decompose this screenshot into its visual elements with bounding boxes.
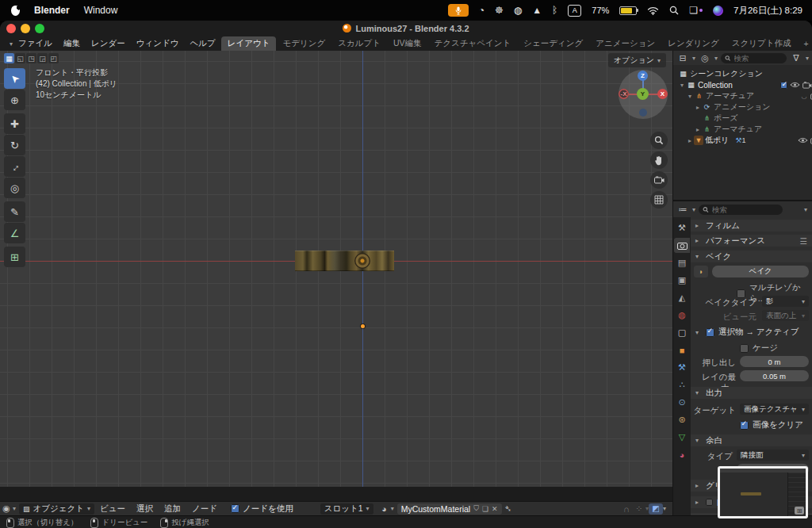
tool-add-cube[interactable]: ⊞ [4, 247, 25, 267]
wifi-icon[interactable] [647, 6, 659, 15]
bluetooth-icon[interactable]: ᛒ [552, 6, 557, 15]
menu-help[interactable]: ヘルプ [184, 36, 220, 51]
unlink-material-icon[interactable]: ✕ [492, 505, 498, 513]
material-sphere-icon[interactable]: ◕ [378, 504, 391, 514]
outliner-search-input[interactable] [734, 54, 783, 63]
tab-world[interactable]: ◍ [674, 308, 690, 323]
lowpoly-model[interactable] [295, 251, 394, 271]
tab-particles[interactable]: ∴ [674, 377, 690, 392]
fake-user-shield-icon[interactable]: ⛉ [473, 504, 479, 513]
tab-scene[interactable]: ◭ [674, 290, 690, 305]
zoom-button-viewport[interactable] [650, 132, 668, 149]
max-ray-field[interactable]: 0.05 m [740, 370, 809, 381]
tab-rendering[interactable]: レンダリング [661, 36, 725, 51]
extrusion-field[interactable]: 0 m [740, 356, 809, 367]
menu-render[interactable]: レンダー [86, 36, 131, 51]
chat-menu-icon[interactable]: ◍ [514, 6, 522, 15]
select-mode-extend[interactable]: ◱ [15, 53, 25, 63]
shader-editor-icon[interactable]: ◉ [0, 503, 13, 514]
outliner-search[interactable] [721, 53, 787, 63]
tool-annotate[interactable]: ✎ [4, 201, 25, 222]
properties-search[interactable] [699, 205, 783, 215]
preset-list-icon[interactable]: ☰ [800, 236, 807, 246]
tab-tool[interactable]: ⚒ [674, 220, 690, 235]
perspective-toggle-button[interactable] [650, 191, 668, 209]
wheel-menu-icon[interactable]: ☸ [495, 6, 504, 15]
tab-output[interactable]: ▤ [674, 255, 690, 270]
tab-scripting[interactable]: スクリプト作成 [726, 36, 798, 51]
outliner-row-armature-object[interactable]: ▾ ⋔ アーマチュア ◡ [673, 90, 812, 101]
shader-align-icon[interactable]: ⁘ [633, 503, 645, 514]
window-menu[interactable]: Window [84, 5, 118, 16]
gizmo-axis-x[interactable]: X [657, 89, 668, 99]
tool-select-box[interactable]: ➤ [4, 68, 25, 89]
panel-bake[interactable]: ▾ベイク [691, 251, 812, 262]
shader-menu-add[interactable]: 追加 [159, 502, 186, 516]
outliner-display-mode-icon[interactable]: ⊟ [676, 53, 689, 63]
menu-edit[interactable]: 編集 [58, 36, 86, 51]
tab-object[interactable]: ■ [674, 342, 690, 358]
viewport-3d[interactable]: ▦ ◱ ◳ ◲ ◰ フロント・平行投影 (42) Collection | 低ポ… [0, 51, 672, 487]
panel-output[interactable]: ▾出力 [691, 387, 812, 399]
tool-rotate[interactable]: ↻ [4, 135, 25, 155]
select-mode-subtract[interactable]: ◳ [26, 53, 36, 63]
options-button[interactable]: オプション▾ [608, 53, 666, 67]
target-dropdown[interactable]: 画像テクスチャ▾ [740, 404, 809, 415]
app-menu[interactable]: Blender [34, 5, 70, 16]
panel-performance[interactable]: ▸パフォーマンス☰ [691, 235, 812, 247]
gizmo-axis-neg-z[interactable] [639, 109, 647, 117]
outliner-row-pose[interactable]: ⋔ ポーズ [673, 113, 812, 124]
material-name-field[interactable]: MyCustomMaterial ⛉ ❏ ✕ [397, 503, 502, 515]
shader-menu-view[interactable]: ビュー [94, 502, 131, 516]
render-camera-icon[interactable] [802, 82, 812, 89]
selected-to-active-checkbox[interactable] [706, 328, 714, 337]
clear-image-checkbox[interactable] [740, 421, 749, 430]
shader-snap-icon[interactable]: ∩ [620, 504, 633, 514]
selected-to-active-row[interactable]: ▾ 選択物 → アクティブ [695, 327, 799, 338]
apple-menu-icon[interactable] [11, 6, 20, 16]
add-workspace-button[interactable]: + [797, 37, 812, 50]
outliner-row-scene-collection[interactable]: ▦ シーンコレクション [673, 68, 812, 79]
peak-menu-icon[interactable]: ▲ [532, 6, 542, 15]
spotlight-icon[interactable] [669, 6, 679, 15]
panel-film[interactable]: ▸フィルム [691, 220, 812, 231]
battery-icon[interactable] [619, 6, 637, 15]
cage-row[interactable]: ケージ [740, 342, 778, 354]
view-from-dropdown[interactable]: 表面の上▾ [762, 310, 809, 321]
tab-layout[interactable]: レイアウト [221, 36, 277, 51]
use-nodes-row[interactable]: ノードを使用 [231, 503, 293, 515]
tab-data[interactable]: ▽ [674, 430, 690, 445]
shader-type-selector[interactable]: ▨ オブジェクト▾ [19, 503, 94, 515]
menu-window[interactable]: ウィンドウ [131, 36, 185, 51]
outliner-row-lowpoly[interactable]: ▸ ▼ 低ポリ ⚒ 1 [673, 135, 812, 146]
tab-view-layer[interactable]: ▣ [674, 273, 690, 288]
chevron-down-icon[interactable]: ▾ [804, 206, 807, 213]
outliner-row-collection[interactable]: ▾ ▦ Collection [673, 79, 812, 90]
properties-editor-icon[interactable]: ≔ [676, 205, 689, 215]
tab-sculpt[interactable]: スカルプト [331, 36, 387, 51]
tab-modeling[interactable]: モデリング [276, 36, 331, 51]
gizmo-axis-y[interactable]: Y [637, 88, 649, 100]
tool-scale[interactable]: ↔ [4, 156, 25, 177]
pin-icon[interactable]: ➴ [502, 503, 515, 514]
tab-animation[interactable]: アニメーション [589, 36, 661, 51]
tab-shading[interactable]: シェーディング [517, 36, 589, 51]
menubar-clock[interactable]: 7月26日(土) 8:29 [733, 5, 802, 17]
gizmo-axis-z[interactable]: Z [638, 71, 648, 81]
pan-button[interactable] [650, 151, 668, 169]
eye-icon[interactable] [790, 82, 800, 88]
clear-image-row[interactable]: 画像をクリア [740, 419, 803, 430]
bake-type-dropdown[interactable]: 影▾ [762, 296, 809, 307]
tool-measure[interactable]: ∠ [4, 223, 25, 243]
slot-selector[interactable]: スロット1▾ [320, 503, 373, 515]
bake-cookie-icon[interactable]: ◗ [694, 266, 708, 277]
outliner-row-armature-data[interactable]: ▸ ⋔ アーマチュア [673, 124, 812, 135]
tab-modifiers[interactable]: ⚒ [674, 360, 690, 375]
tab-material[interactable]: ◕ [674, 447, 690, 462]
obs-menu-icon[interactable]: ◔ [479, 6, 485, 15]
tool-move[interactable]: ✚ [4, 113, 25, 134]
tool-transform[interactable]: ◎ [4, 178, 25, 198]
menu-file[interactable]: ファイル [13, 36, 58, 51]
eye-icon[interactable] [798, 137, 808, 143]
cage-checkbox[interactable] [740, 344, 749, 353]
